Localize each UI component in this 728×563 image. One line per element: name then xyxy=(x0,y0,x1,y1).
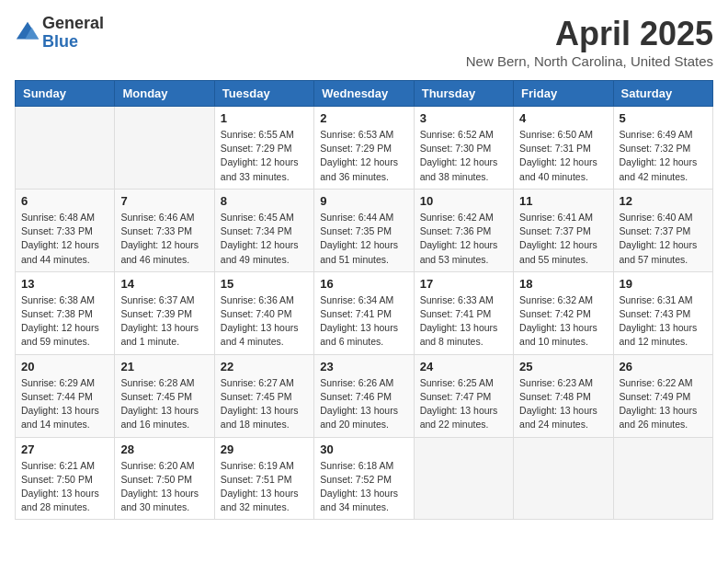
calendar-cell: 1Sunrise: 6:55 AMSunset: 7:29 PMDaylight… xyxy=(214,107,313,190)
calendar-cell: 8Sunrise: 6:45 AMSunset: 7:34 PMDaylight… xyxy=(214,189,313,271)
day-number: 16 xyxy=(320,277,407,291)
calendar-cell xyxy=(16,107,115,190)
calendar-cell: 9Sunrise: 6:44 AMSunset: 7:35 PMDaylight… xyxy=(314,189,414,271)
calendar-cell: 20Sunrise: 6:29 AMSunset: 7:44 PMDayligh… xyxy=(16,354,115,437)
logo: General Blue xyxy=(15,15,104,52)
day-info: Sunrise: 6:29 AMSunset: 7:44 PMDaylight:… xyxy=(21,376,108,432)
day-info: Sunrise: 6:27 AMSunset: 7:45 PMDaylight:… xyxy=(221,376,308,432)
day-number: 27 xyxy=(21,442,108,456)
day-info: Sunrise: 6:55 AMSunset: 7:29 PMDaylight:… xyxy=(221,128,308,184)
calendar-title: April 2025 xyxy=(466,15,713,53)
day-number: 11 xyxy=(519,194,607,208)
day-info: Sunrise: 6:44 AMSunset: 7:35 PMDaylight:… xyxy=(320,211,407,267)
calendar-cell: 18Sunrise: 6:32 AMSunset: 7:42 PMDayligh… xyxy=(514,271,613,354)
calendar-cell: 4Sunrise: 6:50 AMSunset: 7:31 PMDaylight… xyxy=(514,107,613,190)
calendar-cell: 3Sunrise: 6:52 AMSunset: 7:30 PMDaylight… xyxy=(414,107,513,190)
day-info: Sunrise: 6:50 AMSunset: 7:31 PMDaylight:… xyxy=(519,128,607,184)
weekday-header-friday: Friday xyxy=(514,81,613,107)
calendar-cell: 14Sunrise: 6:37 AMSunset: 7:39 PMDayligh… xyxy=(115,271,214,354)
page-header: General Blue April 2025 New Bern, North … xyxy=(15,15,713,69)
day-number: 26 xyxy=(620,360,707,373)
calendar-cell xyxy=(115,107,214,190)
logo-icon xyxy=(15,20,40,46)
calendar-cell: 21Sunrise: 6:28 AMSunset: 7:45 PMDayligh… xyxy=(115,354,214,437)
day-info: Sunrise: 6:25 AMSunset: 7:47 PMDaylight:… xyxy=(420,376,507,432)
calendar-week-row: 6Sunrise: 6:48 AMSunset: 7:33 PMDaylight… xyxy=(16,189,713,271)
calendar-cell xyxy=(414,437,513,520)
weekday-header-row: SundayMondayTuesdayWednesdayThursdayFrid… xyxy=(16,81,713,107)
calendar-cell: 12Sunrise: 6:40 AMSunset: 7:37 PMDayligh… xyxy=(613,189,712,271)
day-number: 14 xyxy=(120,277,208,291)
weekday-header-wednesday: Wednesday xyxy=(314,81,414,107)
weekday-header-thursday: Thursday xyxy=(414,81,513,107)
day-info: Sunrise: 6:46 AMSunset: 7:33 PMDaylight:… xyxy=(120,211,208,267)
weekday-header-saturday: Saturday xyxy=(613,81,712,107)
day-info: Sunrise: 6:34 AMSunset: 7:41 PMDaylight:… xyxy=(320,293,407,350)
day-info: Sunrise: 6:20 AMSunset: 7:50 PMDaylight:… xyxy=(120,459,208,515)
day-info: Sunrise: 6:32 AMSunset: 7:42 PMDaylight:… xyxy=(519,293,607,350)
logo-general-text: General xyxy=(42,15,104,33)
day-info: Sunrise: 6:28 AMSunset: 7:45 PMDaylight:… xyxy=(120,376,208,432)
calendar-cell: 24Sunrise: 6:25 AMSunset: 7:47 PMDayligh… xyxy=(414,354,513,437)
day-info: Sunrise: 6:48 AMSunset: 7:33 PMDaylight:… xyxy=(21,211,108,267)
calendar-cell: 28Sunrise: 6:20 AMSunset: 7:50 PMDayligh… xyxy=(115,437,214,520)
day-info: Sunrise: 6:45 AMSunset: 7:34 PMDaylight:… xyxy=(221,211,308,267)
calendar-cell: 11Sunrise: 6:41 AMSunset: 7:37 PMDayligh… xyxy=(514,189,613,271)
day-info: Sunrise: 6:18 AMSunset: 7:52 PMDaylight:… xyxy=(320,459,407,515)
day-info: Sunrise: 6:52 AMSunset: 7:30 PMDaylight:… xyxy=(420,128,507,184)
calendar-cell: 23Sunrise: 6:26 AMSunset: 7:46 PMDayligh… xyxy=(314,354,414,437)
day-number: 1 xyxy=(221,111,308,125)
day-number: 5 xyxy=(620,111,707,125)
day-info: Sunrise: 6:26 AMSunset: 7:46 PMDaylight:… xyxy=(320,376,407,432)
weekday-header-monday: Monday xyxy=(115,81,214,107)
day-info: Sunrise: 6:19 AMSunset: 7:51 PMDaylight:… xyxy=(221,459,308,515)
day-info: Sunrise: 6:49 AMSunset: 7:32 PMDaylight:… xyxy=(620,128,707,184)
title-block: April 2025 New Bern, North Carolina, Uni… xyxy=(466,15,713,69)
calendar-week-row: 27Sunrise: 6:21 AMSunset: 7:50 PMDayligh… xyxy=(16,437,713,520)
day-info: Sunrise: 6:41 AMSunset: 7:37 PMDaylight:… xyxy=(519,211,607,267)
calendar-cell: 22Sunrise: 6:27 AMSunset: 7:45 PMDayligh… xyxy=(214,354,313,437)
day-number: 9 xyxy=(320,194,407,208)
calendar-cell: 6Sunrise: 6:48 AMSunset: 7:33 PMDaylight… xyxy=(16,189,115,271)
day-number: 25 xyxy=(519,360,607,373)
day-number: 8 xyxy=(221,194,308,208)
day-info: Sunrise: 6:23 AMSunset: 7:48 PMDaylight:… xyxy=(519,376,607,432)
day-number: 4 xyxy=(519,111,607,125)
calendar-cell: 16Sunrise: 6:34 AMSunset: 7:41 PMDayligh… xyxy=(314,271,414,354)
calendar-cell: 17Sunrise: 6:33 AMSunset: 7:41 PMDayligh… xyxy=(414,271,513,354)
day-number: 29 xyxy=(221,442,308,456)
day-number: 30 xyxy=(320,442,407,456)
calendar-cell: 19Sunrise: 6:31 AMSunset: 7:43 PMDayligh… xyxy=(613,271,712,354)
calendar-cell xyxy=(613,437,712,520)
day-number: 20 xyxy=(21,360,108,373)
day-number: 7 xyxy=(120,194,208,208)
calendar-cell xyxy=(514,437,613,520)
calendar-cell: 7Sunrise: 6:46 AMSunset: 7:33 PMDaylight… xyxy=(115,189,214,271)
calendar-cell: 15Sunrise: 6:36 AMSunset: 7:40 PMDayligh… xyxy=(214,271,313,354)
calendar-week-row: 20Sunrise: 6:29 AMSunset: 7:44 PMDayligh… xyxy=(16,354,713,437)
weekday-header-tuesday: Tuesday xyxy=(214,81,313,107)
calendar-week-row: 13Sunrise: 6:38 AMSunset: 7:38 PMDayligh… xyxy=(16,271,713,354)
day-number: 3 xyxy=(420,111,507,125)
calendar-cell: 25Sunrise: 6:23 AMSunset: 7:48 PMDayligh… xyxy=(514,354,613,437)
day-number: 22 xyxy=(221,360,308,373)
day-number: 21 xyxy=(120,360,208,373)
day-info: Sunrise: 6:38 AMSunset: 7:38 PMDaylight:… xyxy=(21,293,108,350)
calendar-cell: 29Sunrise: 6:19 AMSunset: 7:51 PMDayligh… xyxy=(214,437,313,520)
day-number: 18 xyxy=(519,277,607,291)
logo-blue-text: Blue xyxy=(42,33,104,52)
day-info: Sunrise: 6:42 AMSunset: 7:36 PMDaylight:… xyxy=(420,211,507,267)
calendar-cell: 27Sunrise: 6:21 AMSunset: 7:50 PMDayligh… xyxy=(16,437,115,520)
day-number: 12 xyxy=(620,194,707,208)
calendar-cell: 2Sunrise: 6:53 AMSunset: 7:29 PMDaylight… xyxy=(314,107,414,190)
day-number: 2 xyxy=(320,111,407,125)
day-number: 19 xyxy=(620,277,707,291)
day-number: 13 xyxy=(21,277,108,291)
day-info: Sunrise: 6:22 AMSunset: 7:49 PMDaylight:… xyxy=(620,376,707,432)
day-info: Sunrise: 6:36 AMSunset: 7:40 PMDaylight:… xyxy=(221,293,308,350)
day-number: 28 xyxy=(120,442,208,456)
calendar-cell: 10Sunrise: 6:42 AMSunset: 7:36 PMDayligh… xyxy=(414,189,513,271)
day-info: Sunrise: 6:21 AMSunset: 7:50 PMDaylight:… xyxy=(21,459,108,515)
weekday-header-sunday: Sunday xyxy=(16,81,115,107)
day-info: Sunrise: 6:40 AMSunset: 7:37 PMDaylight:… xyxy=(620,211,707,267)
